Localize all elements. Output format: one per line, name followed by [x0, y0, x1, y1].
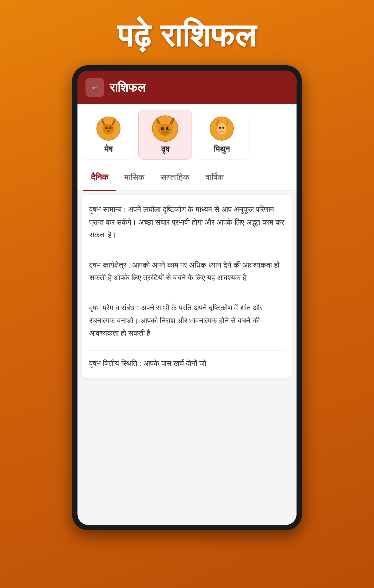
text-career: वृषभ कार्यक्षेत्र : आपको अपने काम पर अधि… — [89, 259, 285, 284]
zodiac-scroll: मेष — [77, 104, 297, 165]
zodiac-item-vrishabh[interactable]: वृष — [138, 110, 192, 160]
text-love: वृषभ प्रेम व संबंध : अपने साथी के प्रति … — [89, 301, 285, 340]
horoscope-content: वृषभ सामान्य : अपने लचीला दृष्टिकोण के म… — [82, 195, 292, 378]
svg-point-4 — [106, 127, 108, 129]
tab-weekly[interactable]: साप्ताहिक — [153, 165, 197, 191]
page-title: पढ़े राशिफल — [118, 16, 256, 55]
tab-yearly[interactable]: वार्षिक — [197, 165, 232, 191]
zodiac-item-mithun[interactable]: मिथुन — [195, 110, 248, 160]
tab-daily[interactable]: दैनिक — [83, 165, 116, 191]
svg-point-6 — [107, 130, 110, 132]
topbar: ← राशिफल — [77, 71, 297, 104]
section-love: वृषभ प्रेम व संबंध : अपने साथी के प्रति … — [89, 295, 285, 340]
section-finance: वृषभ वित्तीय स्थिति : आपके पास खर्च दोनो… — [89, 350, 285, 370]
topbar-title: राशिफल — [110, 80, 145, 95]
tab-monthly[interactable]: मासिक — [116, 165, 153, 191]
svg-point-14 — [168, 127, 169, 129]
phone-screen: ← राशिफल — [77, 71, 297, 525]
text-general: वृषभ सामान्य : अपने लचीला दृष्टिकोण के म… — [89, 203, 285, 241]
zodiac-name-mesh: मेष — [104, 145, 112, 154]
svg-point-9 — [156, 124, 161, 129]
svg-point-11 — [161, 127, 164, 130]
zodiac-item-mesh[interactable]: मेष — [82, 110, 135, 160]
svg-point-1 — [103, 124, 114, 135]
svg-point-13 — [162, 127, 163, 129]
svg-point-10 — [169, 124, 174, 129]
zodiac-name-vrishabh: वृष — [161, 145, 169, 154]
zodiac-icon-vrishabh — [152, 115, 178, 142]
svg-point-17 — [161, 130, 169, 135]
phone-container: ← राशिफल — [72, 65, 302, 530]
zodiac-icon-mithun — [208, 115, 235, 142]
back-button[interactable]: ← — [85, 78, 104, 97]
zodiac-icon-mesh — [95, 115, 122, 142]
section-general: वृषभ सामान्य : अपने लचीला दृष्टिकोण के म… — [89, 203, 285, 241]
svg-point-20 — [219, 127, 221, 129]
svg-point-19 — [217, 123, 227, 135]
svg-point-5 — [109, 127, 111, 129]
section-career: वृषभ कार्यक्षेत्र : आपको अपने काम पर अधि… — [89, 252, 285, 284]
zodiac-name-mithun: मिथुन — [214, 145, 230, 154]
svg-point-12 — [166, 127, 169, 130]
text-finance: वृषभ वित्तीय स्थिति : आपके पास खर्च दोनो… — [89, 357, 285, 370]
svg-point-21 — [223, 127, 224, 129]
tabs-container: दैनिक मासिक साप्ताहिक वार्षिक — [77, 165, 297, 191]
back-icon: ← — [91, 83, 99, 92]
